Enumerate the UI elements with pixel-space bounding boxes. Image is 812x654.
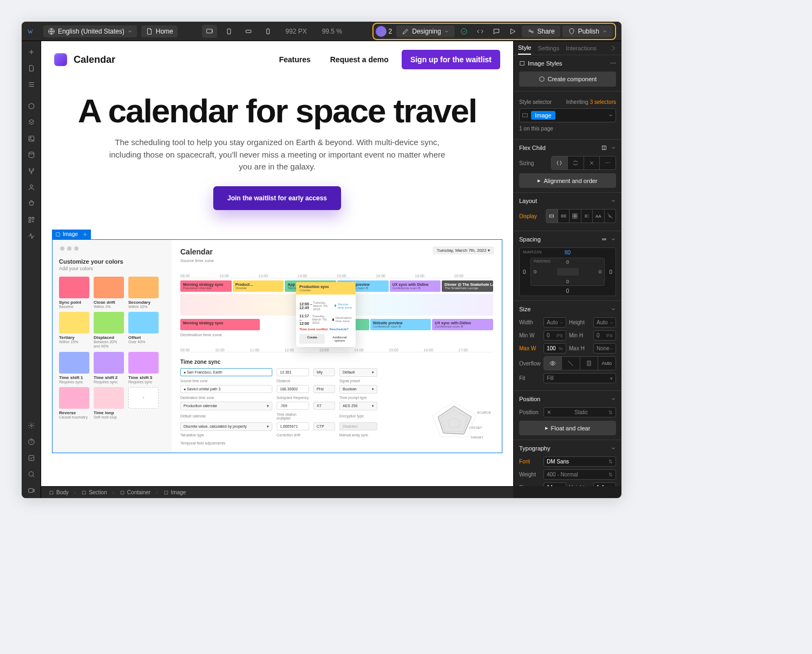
swatch[interactable]: Time loopSelf-hold loop	[94, 387, 124, 420]
canvas-zoom[interactable]: 99.5 %	[322, 28, 342, 35]
design-canvas[interactable]: Calendar Features Request a demo Sign up…	[41, 41, 513, 486]
nav-demo[interactable]: Request a demo	[324, 51, 395, 68]
hero-cta-button[interactable]: Join the waitlist for early access	[213, 186, 341, 210]
display-block[interactable]	[546, 210, 558, 223]
sizing-shrink[interactable]	[552, 156, 568, 169]
swatch[interactable]: DisplacedBetween 20% and 40%	[94, 312, 124, 348]
chevron-down-icon[interactable]	[611, 197, 616, 205]
padding-left-input[interactable]: 0	[534, 269, 536, 274]
crumb-section[interactable]: Section	[78, 488, 110, 498]
tab-interactions[interactable]: Interactions	[566, 45, 597, 54]
create-component-button[interactable]: Create component	[519, 71, 616, 87]
width-input[interactable]: Auto–	[543, 317, 566, 328]
display-inline[interactable]: AA	[593, 210, 605, 223]
calendar-event[interactable]: UX sync with DidineConference room B	[390, 280, 441, 292]
spacing-presets-icon[interactable]	[601, 236, 607, 243]
distance-unit[interactable]: Mly	[313, 368, 335, 376]
swatch[interactable]: Time shift 3Requires sync	[128, 352, 159, 384]
fontsize-input[interactable]: 14PX	[543, 482, 566, 486]
freq-input[interactable]: 188.30002	[277, 385, 309, 393]
assets-icon[interactable]	[24, 131, 39, 146]
add-element-icon[interactable]	[24, 44, 39, 60]
more-icon[interactable]: ⋯	[610, 60, 616, 67]
video-icon[interactable]	[24, 483, 39, 498]
overflow-visible[interactable]	[544, 357, 562, 370]
overflow-scroll[interactable]	[580, 357, 598, 370]
comment-icon[interactable]	[489, 25, 503, 38]
alignment-order-button[interactable]: ▸ Alignment and order	[519, 173, 616, 188]
pages-icon[interactable]	[24, 61, 39, 76]
swatch[interactable]: Time shift 1Requires sync	[59, 352, 89, 384]
sizing-none[interactable]	[584, 156, 600, 169]
crumb-container[interactable]: Container	[116, 488, 154, 498]
padding-top-input[interactable]: 0	[566, 259, 569, 265]
display-none[interactable]	[605, 210, 616, 223]
popup-options-button[interactable]: Additional options	[327, 334, 352, 344]
audit-icon[interactable]	[24, 228, 39, 244]
language-selector[interactable]: English (United States)	[43, 25, 137, 37]
calendar-event[interactable]: Morning strategy syncPopulation chamber	[180, 280, 232, 292]
calendar-event[interactable]: Morning strategy sync	[180, 319, 260, 330]
settings-gear-icon[interactable]	[24, 418, 39, 433]
flex-settings-icon[interactable]	[601, 144, 607, 152]
search-icon[interactable]	[24, 467, 39, 482]
margin-left-input[interactable]: 0	[523, 269, 526, 275]
checklist-icon[interactable]	[24, 450, 39, 466]
variables-icon[interactable]	[24, 115, 39, 130]
fit-select[interactable]: Fill▾	[543, 373, 616, 383]
overflow-auto[interactable]: Auto	[598, 357, 615, 370]
apps-icon[interactable]	[24, 212, 39, 227]
discrete-select[interactable]: Discrete value, calculated by property▾	[180, 422, 272, 431]
mode-selector[interactable]: Designing	[396, 25, 454, 37]
margin-bottom-input[interactable]: 0	[566, 288, 569, 294]
logic-icon[interactable]	[24, 164, 39, 179]
code-icon[interactable]	[473, 25, 487, 38]
crumb-image[interactable]: Image	[160, 488, 189, 498]
display-grid[interactable]	[569, 210, 581, 223]
tab-style[interactable]: Style	[518, 44, 531, 55]
calendar-event[interactable]: UX sync with DidineConference room B	[432, 319, 493, 330]
calendar-event[interactable]: Product…October	[233, 280, 284, 292]
breakpoint-add-icon[interactable]	[202, 25, 217, 38]
webflow-logo-icon[interactable]	[27, 28, 39, 35]
weight-select[interactable]: 400 - Normal⇅	[543, 469, 616, 480]
corr-input[interactable]: 1.0005671	[277, 422, 309, 430]
styles-icon[interactable]	[610, 44, 617, 55]
chevron-down-icon[interactable]	[611, 144, 616, 152]
chevron-down-icon[interactable]	[611, 444, 616, 452]
tab-settings[interactable]: Settings	[538, 45, 559, 54]
status-check-icon[interactable]	[457, 25, 471, 38]
preset-select[interactable]: Default▾	[339, 368, 377, 377]
popup-create-button[interactable]: Create	[299, 334, 325, 344]
collaborator-avatar[interactable]	[376, 26, 387, 37]
overflow-hidden[interactable]	[562, 357, 580, 370]
device-landscape-icon[interactable]	[241, 25, 256, 38]
margin-top-input[interactable]: 80	[565, 250, 571, 256]
spacing-editor[interactable]: MARGIN 80 0 0 0 PADDING 0 0 0 0	[519, 247, 616, 296]
crumb-body[interactable]: Body	[45, 488, 72, 498]
swatch[interactable]: OffsetOver 40%	[128, 312, 159, 348]
nav-features[interactable]: Features	[272, 51, 317, 68]
minw-input[interactable]: 0PX	[543, 330, 566, 341]
users-icon[interactable]	[24, 180, 39, 195]
enc-select[interactable]: AES 256▾	[339, 402, 377, 410]
swatch[interactable]: Close driftWithin 2%	[94, 277, 124, 309]
device-mobile-icon[interactable]	[260, 25, 276, 38]
position-select[interactable]: ✕ Static⇅	[543, 407, 616, 417]
calendar-event[interactable]: Website previewConference room B	[370, 319, 431, 330]
swatch[interactable]: Sync pointBaseline	[59, 277, 89, 309]
components-icon[interactable]	[24, 99, 39, 114]
selected-image-element[interactable]: Image Customize your colors Add your col…	[52, 239, 502, 453]
calendar-event[interactable]: Dinner @ The Snakehole Lo…The Snakehole …	[442, 280, 493, 292]
lineheight-input[interactable]: 1.4–	[593, 482, 616, 486]
navigator-icon[interactable]	[24, 77, 39, 92]
prodcal-select[interactable]: Production calendar▾	[180, 402, 272, 410]
chevron-down-icon[interactable]	[611, 236, 616, 243]
prompt-select[interactable]: Boolean▾	[339, 385, 377, 394]
maxh-input[interactable]: None–	[593, 343, 616, 354]
swatch[interactable]: ReverseCausal boundary	[59, 387, 89, 420]
swatch[interactable]: SecondaryWithin 10%	[128, 277, 159, 309]
height-input[interactable]: Auto–	[593, 317, 616, 328]
preview-icon[interactable]	[506, 25, 520, 38]
padding-bottom-input[interactable]: 0	[566, 279, 569, 284]
